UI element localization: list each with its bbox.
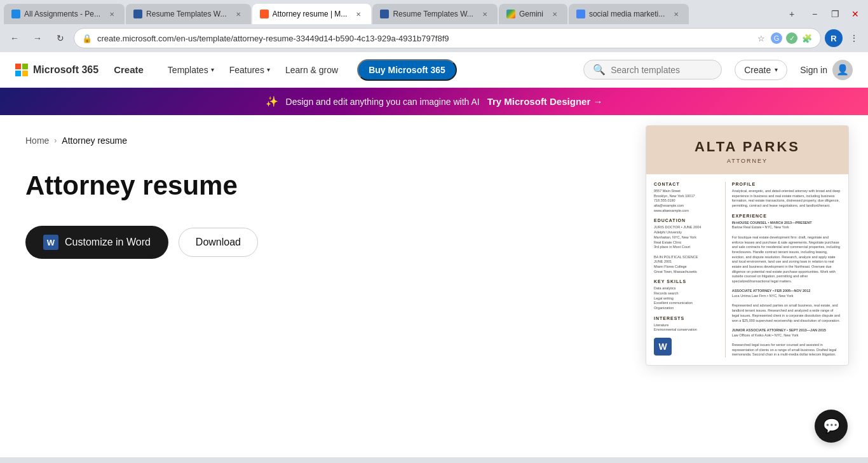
navbar: Microsoft 365 Create Templates ▾ Feature… [0, 52, 868, 88]
resume-header: ALTA PARKS ATTORNEY [646, 126, 848, 174]
menu-button[interactable]: ⋮ [845, 29, 863, 47]
breadcrumb: Home › Attorney resume [25, 135, 601, 146]
ms-logo-squares [15, 64, 28, 76]
tab-close-3[interactable]: ✕ [353, 9, 363, 19]
nav-learn[interactable]: Learn & grow [279, 61, 344, 79]
resume-section-interests: INTERESTS [654, 316, 719, 321]
breadcrumb-home[interactable]: Home [25, 135, 49, 146]
ms-sq-blue [15, 71, 21, 76]
resume-education-info: JURIS DOCTOR • JUNE 2004 Adelphi Univers… [654, 225, 719, 274]
banner-text: Design and edit anything you can imagine… [286, 97, 480, 107]
promo-banner: ✨ Design and edit anything you can imagi… [0, 88, 868, 115]
breadcrumb-separator: › [54, 136, 57, 145]
tab-close-4[interactable]: ✕ [480, 9, 490, 19]
tab-bar-end: + − ❐ ✕ [783, 5, 864, 23]
left-panel: Home › Attorney resume Attorney resume W… [0, 115, 627, 457]
tab-close-2[interactable]: ✕ [233, 9, 243, 19]
tab-4[interactable]: Resume Templates W... ✕ [372, 4, 498, 24]
search-box[interactable]: 🔍 [583, 60, 722, 79]
chat-button[interactable]: 💬 [815, 410, 848, 443]
resume-contact-info: 9557 Main Street Brooklyn, New York 1001… [654, 189, 719, 213]
maximize-button[interactable]: ❐ [826, 5, 844, 23]
chat-icon: 💬 [823, 418, 840, 434]
resume-profile-text: Analytical, energetic, and detail-orient… [732, 189, 841, 209]
address-bar-row: ← → ↻ 🔒 create.microsoft.com/en-us/templ… [0, 24, 868, 52]
sign-in-button[interactable]: Sign in 👤 [800, 60, 853, 80]
ms-logo: Microsoft 365 [15, 64, 98, 76]
tab-bar: All Assignments - Pe... ✕ Resume Templat… [0, 0, 868, 24]
reload-button[interactable]: ↻ [51, 29, 70, 48]
create-chevron-icon: ▾ [775, 66, 778, 73]
ms-sq-green [22, 64, 28, 69]
tab-close-6[interactable]: ✕ [671, 9, 681, 19]
new-tab-button[interactable]: + [783, 5, 801, 23]
close-window-button[interactable]: ✕ [846, 5, 864, 23]
resume-section-experience: EXPERIENCE [732, 214, 841, 218]
resume-section-profile: PROFILE [732, 182, 841, 186]
address-bar-icons: ☆ G ✓ 🧩 [756, 32, 813, 44]
resume-subtitle: ATTORNEY [661, 158, 833, 164]
tab-1[interactable]: All Assignments - Pe... ✕ [4, 4, 125, 24]
tab-2[interactable]: Resume Templates W... ✕ [126, 4, 251, 24]
profile-button[interactable]: R [825, 29, 843, 47]
resume-body: CONTACT 9557 Main Street Brooklyn, New Y… [646, 174, 848, 365]
right-panel: ALTA PARKS ATTORNEY CONTACT 9557 Main St… [627, 115, 868, 457]
nav-features[interactable]: Features ▾ [223, 61, 276, 79]
brand-name: Microsoft 365 [33, 64, 98, 76]
create-label[interactable]: Create [114, 64, 144, 75]
avatar: 👤 [832, 60, 853, 80]
extension-icon-g[interactable]: G [771, 32, 782, 44]
minimize-button[interactable]: − [806, 5, 824, 23]
browser-actions: R ⋮ [825, 29, 863, 47]
action-buttons: W Customize in Word Download [25, 226, 601, 259]
templates-chevron-icon: ▾ [211, 66, 214, 73]
resume-right-column: PROFILE Analytical, energetic, and detai… [725, 182, 841, 357]
tab-6[interactable]: social media marketi... ✕ [569, 4, 689, 24]
tab-5[interactable]: Gemini ✕ [499, 4, 567, 24]
resume-section-contact: CONTACT [654, 182, 719, 186]
page-title: Attorney resume [25, 171, 601, 200]
resume-skills-info: Data analytics Records search Legal writ… [654, 286, 719, 310]
forward-button[interactable]: → [28, 29, 47, 48]
extension-icon-2[interactable]: ✓ [786, 32, 797, 44]
download-button[interactable]: Download [179, 228, 258, 257]
search-icon: 🔍 [593, 64, 606, 76]
lock-icon: 🔒 [82, 34, 92, 43]
resume-name: ALTA PARKS [661, 139, 833, 155]
tab-close-5[interactable]: ✕ [550, 9, 560, 19]
resume-experience-text: IN-HOUSE COUNSEL • MARCH 2013—PRESENT Ba… [732, 221, 841, 357]
search-input[interactable] [611, 65, 712, 75]
website: Microsoft 365 Create Templates ▾ Feature… [0, 52, 868, 457]
tab-close-1[interactable]: ✕ [107, 9, 117, 19]
customize-in-word-button[interactable]: W Customize in Word [25, 226, 168, 259]
breadcrumb-current: Attorney resume [62, 135, 127, 146]
buy-button[interactable]: Buy Microsoft 365 [357, 59, 457, 81]
url-text: create.microsoft.com/en-us/template/atto… [97, 34, 449, 43]
browser-window: All Assignments - Pe... ✕ Resume Templat… [0, 0, 868, 463]
address-bar[interactable]: 🔒 create.microsoft.com/en-us/template/at… [74, 28, 821, 48]
nav-templates[interactable]: Templates ▾ [161, 61, 220, 79]
create-dropdown-button[interactable]: Create ▾ [735, 60, 787, 80]
banner-link[interactable]: Try Microsoft Designer → [487, 96, 603, 107]
resume-section-education: EDUCATION [654, 218, 719, 223]
word-icon: W [43, 235, 58, 250]
main-content: Home › Attorney resume Attorney resume W… [0, 115, 868, 457]
resume-left-column: CONTACT 9557 Main Street Brooklyn, New Y… [654, 182, 725, 357]
banner-sparkle-icon: ✨ [266, 95, 278, 107]
bookmark-icon[interactable]: ☆ [756, 32, 767, 44]
ms-sq-yellow [22, 71, 28, 76]
resume-preview: ALTA PARKS ATTORNEY CONTACT 9557 Main St… [646, 125, 849, 366]
nav-links: Templates ▾ Features ▾ Learn & grow [161, 61, 344, 79]
ms-sq-red [15, 64, 21, 69]
resume-section-skills: KEY SKILLS [654, 279, 719, 284]
resume-interests-info: Literature Environmental conservation [654, 323, 719, 333]
tab-3[interactable]: Attorney resume | M... ✕ [252, 4, 372, 24]
features-chevron-icon: ▾ [267, 66, 270, 73]
back-button[interactable]: ← [5, 29, 24, 48]
extensions-icon[interactable]: 🧩 [801, 32, 813, 44]
word-badge: W [654, 338, 672, 356]
